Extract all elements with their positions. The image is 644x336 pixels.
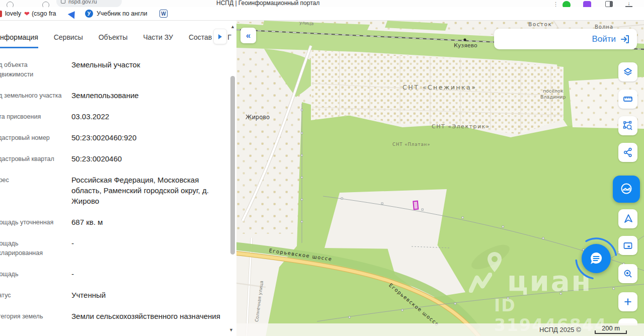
field-row: Дата присвоения 03.03.2022: [0, 111, 227, 122]
minimap-icon: [623, 240, 633, 250]
field-label: Дата присвоения: [0, 111, 71, 122]
collapse-panel-button[interactable]: «: [240, 28, 256, 43]
field-label: Площадь: [0, 269, 71, 279]
map-label-poselok-line1: посёлок: [540, 88, 566, 94]
map-label-snt-platan: СНТ «Платан»: [392, 142, 430, 147]
extension-purple-icon[interactable]: [583, 1, 591, 7]
panel-tabs: Информация Сервисы Объекты Части ЗУ Сост…: [0, 21, 236, 48]
menu-dots-icon[interactable]: ⋮: [553, 1, 554, 7]
tab-partial[interactable]: Г: [227, 33, 231, 48]
attribution-text: НСПД 2025 ©: [539, 326, 581, 333]
sidebar-panel-icon[interactable]: [605, 1, 613, 7]
field-row: Кадастровый квартал 50:23:0020460: [0, 153, 227, 164]
field-label: Адрес: [0, 175, 71, 206]
field-value: Земельный участок: [71, 59, 227, 79]
field-row: Вид земельного участка Землепользование: [0, 90, 227, 101]
ruler-button[interactable]: [618, 90, 637, 109]
location-arrow-icon: [623, 214, 633, 224]
scroll-down-icon[interactable]: ▼: [229, 327, 233, 332]
zoom-in-button[interactable]: [618, 292, 637, 311]
browser-toolbar: nspd.gov.ru НСПД | Геоинформационный пор…: [0, 0, 644, 7]
field-list: Вид объекта недвижимости Земельный участ…: [0, 48, 227, 321]
share-icon: [623, 147, 633, 157]
map-label-street-top: улица: [299, 21, 314, 26]
cian-logo-mark: [469, 273, 492, 293]
map-canvas[interactable]: Восток Волна улица Кузяево СНТ «Снежинка…: [236, 21, 644, 336]
field-row: Вид объекта недвижимости Земельный участ…: [0, 59, 227, 79]
field-value: -: [71, 269, 227, 279]
panel-scrollbar[interactable]: [230, 76, 235, 255]
map-label-zhirovo: Жирово: [246, 114, 270, 121]
field-row: Категория земель Земли сельскохозяйствен…: [0, 311, 227, 321]
tab-services[interactable]: Сервисы: [54, 33, 83, 48]
field-value: -: [71, 238, 227, 258]
plus-icon: [623, 297, 633, 307]
login-icon: [620, 34, 630, 44]
field-value: 687 кв. м: [71, 217, 227, 227]
search-location-icon: [623, 269, 633, 279]
coordinate-search-button[interactable]: [618, 264, 637, 283]
map-label-snt-elektrik: СНТ «Электрик»: [432, 123, 490, 130]
field-row: Адрес Российская Федерация, Московская о…: [0, 175, 227, 206]
field-value: Земли сельскохозяйственного назначения: [71, 311, 227, 321]
lock-icon: [61, 0, 65, 4]
tab-objects[interactable]: Объекты: [99, 33, 128, 48]
heart-icon: ❤: [24, 10, 30, 18]
layers-button[interactable]: [618, 62, 637, 81]
selected-parcel[interactable]: [413, 201, 418, 210]
map-label-poselok-vladimir: посёлок Владимир: [540, 88, 566, 100]
login-bar[interactable]: Войти: [494, 29, 637, 49]
map-tool-icon: [619, 182, 633, 196]
address-url: nspd.gov.ru: [68, 0, 97, 5]
locate-me-button[interactable]: [618, 209, 637, 228]
station-marker: [463, 38, 466, 41]
download-icon[interactable]: ↓: [625, 1, 632, 7]
reload-icon[interactable]: [42, 2, 49, 7]
chat-bubble-icon: [589, 251, 604, 266]
layers-icon: [623, 67, 633, 77]
extension-green-icon[interactable]: [562, 1, 571, 7]
pin-icon: [487, 251, 502, 273]
site-info-icon[interactable]: [7, 2, 14, 7]
map-label-vostok: Восток: [528, 21, 552, 27]
tab-sostav[interactable]: Состав: [189, 33, 212, 48]
map-label-snt-snezhinka: СНТ «Снежинка»: [403, 83, 476, 91]
bookmark-arrow-icon[interactable]: [68, 9, 78, 19]
scale-bar: 200 m: [595, 324, 627, 334]
tab-parts[interactable]: Части ЗУ: [143, 33, 173, 48]
field-label: Статус: [0, 290, 71, 300]
field-label: Вид объекта недвижимости: [0, 59, 71, 79]
tabs-scroll-right-button[interactable]: [213, 29, 227, 44]
chat-fab-button[interactable]: [582, 244, 611, 273]
field-value: Землепользование: [71, 90, 227, 101]
field-value: 50:23:0020460:920: [71, 132, 227, 143]
field-label: Площадь декларированная: [0, 238, 71, 258]
bookmarks-bar: lovely ❤ (csgo fra У Учебник по англи W: [0, 7, 644, 21]
field-row: Статус Учтенный: [0, 290, 227, 300]
word-doc-icon[interactable]: W: [159, 10, 168, 18]
field-row: Площадь декларированная -: [0, 238, 227, 258]
field-value: Учтенный: [71, 290, 227, 300]
field-label: Площадь уточненная: [0, 217, 71, 227]
share-button[interactable]: [618, 143, 637, 162]
field-label: Кадастровый квартал: [0, 153, 71, 164]
polygon-search-icon: [623, 121, 633, 131]
map-attribution-strip: НСПД 2025 © 200 m: [236, 323, 644, 336]
ruler-icon: [623, 94, 633, 104]
field-label: Категория земель: [0, 311, 71, 321]
address-bar[interactable]: nspd.gov.ru: [56, 0, 122, 7]
scroll-up-icon[interactable]: ▲: [230, 24, 235, 29]
object-card-tool-button[interactable]: [613, 176, 640, 203]
bookmark-lovely[interactable]: lovely: [5, 10, 21, 17]
object-info-panel: Информация Сервисы Объекты Части ЗУ Сост…: [0, 21, 236, 336]
tab-information[interactable]: Информация: [0, 33, 38, 48]
field-row: Площадь уточненная 687 кв. м: [0, 217, 227, 227]
minimap-button[interactable]: [618, 236, 637, 255]
chevrons-left-icon: «: [246, 31, 251, 41]
bookmark-textbook[interactable]: Учебник по англи: [97, 10, 148, 17]
bookmark-lovely-tail[interactable]: (csgo fra: [32, 10, 61, 17]
area-search-button[interactable]: [618, 116, 637, 135]
field-value: 50:23:0020460: [71, 153, 227, 164]
bookmark-badge-icon[interactable]: У: [85, 10, 93, 18]
field-label: Кадастровый номер: [0, 132, 71, 143]
